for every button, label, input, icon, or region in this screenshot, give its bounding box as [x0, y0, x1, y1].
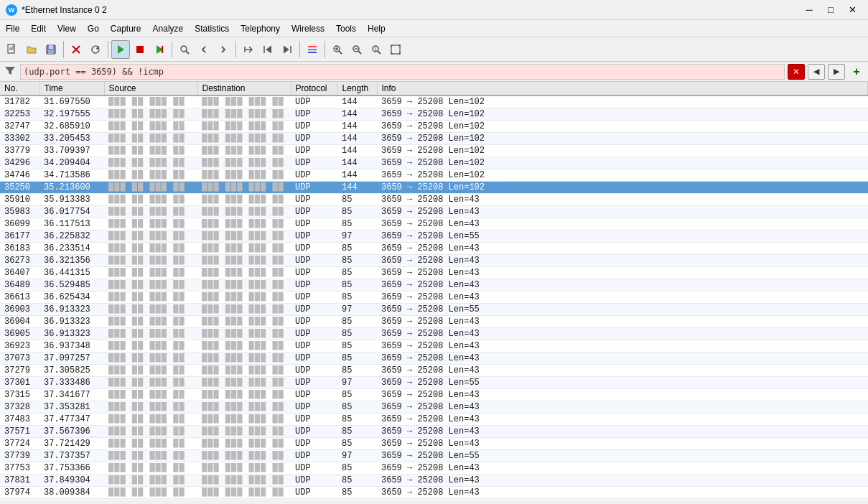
- table-row[interactable]: 38022 38.065447 ███ ██ ███ ██ ███ ███ ██…: [0, 499, 868, 500]
- new-capture-button[interactable]: [3, 40, 22, 59]
- open-button[interactable]: [22, 40, 41, 59]
- filter-input[interactable]: (udp.port == 3659) && !icmp: [20, 64, 785, 80]
- cell-destination: ███ ███ ███ ██: [197, 328, 291, 340]
- cell-no: 37483: [0, 414, 39, 426]
- table-row[interactable]: 37724 37.721429 ███ ██ ███ ██ ███ ███ ██…: [0, 438, 868, 450]
- menu-capture[interactable]: Capture: [105, 20, 147, 37]
- stop-capture-button[interactable]: [131, 40, 149, 59]
- svg-line-24: [339, 51, 342, 54]
- table-row[interactable]: 36407 36.441315 ███ ██ ███ ██ ███ ███ ██…: [0, 267, 868, 279]
- zoom-reset-button[interactable]: 1: [367, 40, 386, 59]
- table-row[interactable]: 32253 32.197555 ███ ██ ███ ██ ███ ███ ██…: [0, 108, 868, 121]
- next-find-button[interactable]: [214, 40, 233, 59]
- start-capture-button[interactable]: [111, 40, 130, 59]
- table-row[interactable]: 36903 36.913323 ███ ██ ███ ██ ███ ███ ██…: [0, 304, 868, 316]
- cell-protocol: UDP: [291, 475, 337, 487]
- table-row[interactable]: 35983 36.017754 ███ ██ ███ ██ ███ ███ ██…: [0, 206, 868, 218]
- cell-length: 85: [337, 499, 377, 500]
- table-row[interactable]: 37974 38.009384 ███ ██ ███ ██ ███ ███ ██…: [0, 487, 868, 499]
- prev-find-button[interactable]: [195, 40, 213, 59]
- col-header-no[interactable]: No.: [0, 82, 39, 95]
- table-row[interactable]: 36905 36.913323 ███ ██ ███ ██ ███ ███ ██…: [0, 328, 868, 340]
- menu-go[interactable]: Go: [82, 20, 105, 37]
- table-row[interactable]: 37315 37.341677 ███ ██ ███ ██ ███ ███ ██…: [0, 389, 868, 401]
- table-row[interactable]: 36099 36.117513 ███ ██ ███ ██ ███ ███ ██…: [0, 218, 868, 230]
- table-row[interactable]: 36177 36.225832 ███ ██ ███ ██ ███ ███ ██…: [0, 230, 868, 243]
- table-row[interactable]: 36613 36.625434 ███ ██ ███ ██ ███ ███ ██…: [0, 291, 868, 304]
- close-capture-button[interactable]: [67, 40, 85, 59]
- table-row[interactable]: 35910 35.913383 ███ ██ ███ ██ ███ ███ ██…: [0, 194, 868, 206]
- cell-length: 85: [337, 475, 377, 487]
- cell-source: ███ ██ ███ ██: [104, 95, 197, 108]
- cell-length: 85: [337, 487, 377, 499]
- table-row[interactable]: 37328 37.353281 ███ ██ ███ ██ ███ ███ ██…: [0, 401, 868, 414]
- restart-capture-button[interactable]: [150, 40, 169, 59]
- table-row[interactable]: 33302 33.205453 ███ ██ ███ ██ ███ ███ ██…: [0, 133, 868, 145]
- table-row[interactable]: 37301 37.333486 ███ ██ ███ ██ ███ ███ ██…: [0, 377, 868, 389]
- col-header-destination[interactable]: Destination: [197, 82, 291, 95]
- zoom-out-button[interactable]: [347, 40, 366, 59]
- menu-analyze[interactable]: Analyze: [147, 20, 190, 37]
- reload-button[interactable]: [86, 40, 105, 59]
- find-packet-button[interactable]: [175, 40, 194, 59]
- table-row[interactable]: 37739 37.737357 ███ ██ ███ ██ ███ ███ ██…: [0, 450, 868, 462]
- table-row[interactable]: 36183 36.233514 ███ ██ ███ ██ ███ ███ ██…: [0, 243, 868, 255]
- col-header-length[interactable]: Length: [337, 82, 377, 95]
- table-row[interactable]: 34746 34.713586 ███ ██ ███ ██ ███ ███ ██…: [0, 169, 868, 182]
- cell-info: 3659 → 25208 Len=55: [377, 450, 868, 462]
- table-row[interactable]: 33779 33.709397 ███ ██ ███ ██ ███ ███ ██…: [0, 145, 868, 157]
- cell-source: ███ ██ ███ ██: [104, 194, 197, 206]
- menu-file[interactable]: File: [0, 20, 25, 37]
- table-row[interactable]: 31782 31.697550 ███ ██ ███ ██ ███ ███ ██…: [0, 95, 868, 108]
- cell-destination: ███ ███ ███ ██: [197, 438, 291, 450]
- menu-edit[interactable]: Edit: [25, 20, 52, 37]
- table-row[interactable]: 37483 37.477347 ███ ██ ███ ██ ███ ███ ██…: [0, 414, 868, 426]
- menu-statistics[interactable]: Statistics: [189, 20, 235, 37]
- filter-add-button[interactable]: +: [848, 64, 865, 80]
- colorize-button[interactable]: [303, 40, 322, 59]
- separator-5: [299, 41, 300, 58]
- save-button[interactable]: [42, 40, 60, 59]
- table-row[interactable]: 36273 36.321356 ███ ██ ███ ██ ███ ███ ██…: [0, 255, 868, 267]
- table-row[interactable]: 35250 35.213600 ███ ██ ███ ██ ███ ███ ██…: [0, 182, 868, 194]
- svg-rect-4: [49, 45, 53, 49]
- cell-length: 85: [337, 414, 377, 426]
- col-header-time[interactable]: Time: [39, 82, 104, 95]
- table-row[interactable]: 37279 37.305825 ███ ██ ███ ██ ███ ███ ██…: [0, 365, 868, 377]
- table-row[interactable]: 32747 32.685910 ███ ██ ███ ██ ███ ███ ██…: [0, 121, 868, 133]
- cell-length: 97: [337, 230, 377, 243]
- go-first-button[interactable]: [258, 40, 277, 59]
- go-to-pkt-button[interactable]: [239, 40, 258, 59]
- col-header-info[interactable]: Info: [377, 82, 868, 95]
- table-row[interactable]: 36904 36.913323 ███ ██ ███ ██ ███ ███ ██…: [0, 316, 868, 328]
- table-row[interactable]: 36489 36.529485 ███ ██ ███ ██ ███ ███ ██…: [0, 279, 868, 291]
- menu-tools[interactable]: Tools: [330, 20, 362, 37]
- minimize-button[interactable]: ─: [799, 3, 819, 17]
- table-row[interactable]: 37831 37.849304 ███ ██ ███ ██ ███ ███ ██…: [0, 475, 868, 487]
- table-row[interactable]: 37571 37.567396 ███ ██ ███ ██ ███ ███ ██…: [0, 426, 868, 438]
- filter-clear-button[interactable]: ✕: [788, 64, 805, 80]
- cell-protocol: UDP: [291, 230, 337, 243]
- menu-wireless[interactable]: Wireless: [286, 20, 330, 37]
- col-header-source[interactable]: Source: [104, 82, 197, 95]
- svg-rect-18: [308, 46, 317, 47]
- filter-next-button[interactable]: ▶: [828, 64, 845, 80]
- col-header-protocol[interactable]: Protocol: [291, 82, 337, 95]
- menu-telephony[interactable]: Telephony: [235, 20, 286, 37]
- zoom-in-button[interactable]: [328, 40, 347, 59]
- maximize-button[interactable]: □: [821, 3, 841, 17]
- go-last-button[interactable]: [278, 40, 297, 59]
- cell-info: 3659 → 25208 Len=43: [377, 462, 868, 475]
- close-button[interactable]: ✕: [842, 3, 862, 17]
- table-row[interactable]: 37073 37.097257 ███ ██ ███ ██ ███ ███ ██…: [0, 353, 868, 365]
- cell-length: 85: [337, 279, 377, 291]
- menu-help[interactable]: Help: [362, 20, 391, 37]
- zoom-fit-button[interactable]: [386, 40, 405, 59]
- table-row[interactable]: 36923 36.937348 ███ ██ ███ ██ ███ ███ ██…: [0, 340, 868, 353]
- table-row[interactable]: 34296 34.209404 ███ ██ ███ ██ ███ ███ ██…: [0, 157, 868, 169]
- cell-info: 3659 → 25208 Len=43: [377, 255, 868, 267]
- table-row[interactable]: 37753 37.753366 ███ ██ ███ ██ ███ ███ ██…: [0, 462, 868, 475]
- menu-view[interactable]: View: [52, 20, 82, 37]
- filter-prev-button[interactable]: ◀: [808, 64, 825, 80]
- cell-no: 36489: [0, 279, 39, 291]
